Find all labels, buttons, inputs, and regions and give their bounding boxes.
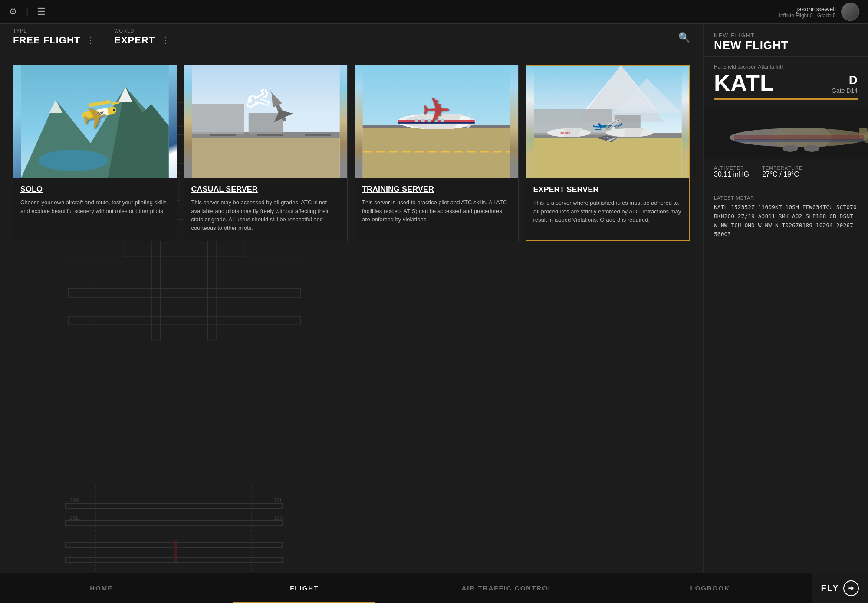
search-icon[interactable]: 🔍	[678, 32, 690, 43]
settings-icon[interactable]: ⚙	[9, 6, 17, 17]
svg-rect-81	[734, 135, 864, 140]
svg-rect-51	[434, 119, 438, 122]
gate-terminal: D	[832, 73, 858, 87]
cards-container: N99XC SOLO Choose your own aircraft and …	[0, 56, 703, 250]
altimeter-value: 30.11 inHG	[714, 170, 749, 178]
svg-rect-82	[734, 139, 864, 142]
type-value: FREE FLIGHT	[13, 35, 80, 46]
casual-card-desc: This server may be accessed by all grade…	[191, 198, 341, 232]
svg-text:10R: 10R	[273, 515, 283, 521]
svg-rect-67	[65, 521, 282, 526]
user-info: jasonrosewell Infinite Flight 0 · Grade …	[779, 5, 836, 19]
svg-rect-50	[428, 119, 431, 122]
airport-code-row: KATL D Gate D14	[714, 72, 858, 94]
world-selector[interactable]: WORLD EXPERT ⋮	[114, 28, 171, 47]
airport-subtitle: Hartsfield-Jackson Atlanta Intl	[714, 64, 858, 70]
new-flight-label: NEW FLIGHT	[714, 33, 858, 39]
metar-value: KATL 152352Z 11009KT 10SM FEW034TCU SCT0…	[714, 203, 858, 239]
casual-card[interactable]: CASUAL SERVER This server may be accesse…	[184, 65, 348, 241]
left-panel: TYPE FREE FLIGHT ⋮ WORLD EXPERT ⋮ 🔍	[0, 24, 703, 573]
fly-label: FLY	[821, 583, 839, 593]
fly-button[interactable]: FLY ➜	[812, 573, 868, 603]
world-label: WORLD	[114, 28, 171, 33]
user-grade: Infinite Flight 0 · Grade 5	[779, 13, 836, 19]
svg-rect-32	[192, 104, 244, 134]
svg-text:10L: 10L	[273, 498, 283, 504]
right-panel-header: NEW FLIGHT NEW FLIGHT	[704, 24, 868, 57]
top-bar-right: jasonrosewell Infinite Flight 0 · Grade …	[779, 3, 859, 21]
svg-text:28R: 28R	[69, 498, 79, 504]
type-label: TYPE	[13, 28, 97, 33]
svg-text:N99XC: N99XC	[92, 111, 105, 117]
type-menu-dots[interactable]: ⋮	[85, 33, 97, 47]
airport-code: KATL	[714, 72, 774, 94]
divider: |	[26, 7, 28, 17]
tab-flight[interactable]: FLIGHT	[203, 573, 406, 603]
temperature-item: TEMPERATURE 27°C / 19°C	[762, 165, 802, 178]
svg-point-19	[39, 150, 108, 171]
log-icon[interactable]: ☰	[37, 6, 46, 17]
tab-home[interactable]: HOME	[0, 573, 203, 603]
svg-rect-48	[415, 119, 418, 122]
svg-rect-47	[398, 122, 475, 124]
training-card[interactable]: TRAINING SERVER This server is used to p…	[355, 65, 519, 241]
temperature-value: 27°C / 19°C	[762, 170, 799, 178]
svg-point-84	[804, 145, 819, 152]
svg-rect-49	[421, 119, 425, 122]
svg-rect-57	[534, 135, 681, 178]
expert-card-desc: This is a server where published rules m…	[533, 199, 683, 224]
expert-card[interactable]: SWISS EXPERT SERVER This is a server whe…	[526, 65, 690, 241]
svg-rect-66	[65, 503, 282, 508]
weather-section: ALTIMETER 30.11 inHG TEMPERATURE 27°C / …	[704, 159, 868, 189]
svg-rect-76	[174, 540, 177, 562]
casual-card-image	[184, 65, 348, 178]
gate-info: D Gate D14	[832, 73, 858, 94]
solo-card-body: SOLO Choose your own aircraft and route,…	[13, 178, 177, 224]
plane-silhouette	[704, 107, 868, 159]
airport-section[interactable]: Hartsfield-Jackson Atlanta Intl KATL D G…	[704, 57, 868, 107]
svg-marker-21	[96, 108, 108, 117]
tab-atc[interactable]: AIR TRAFFIC CONTROL	[406, 573, 609, 603]
metar-section: LATEST METAR KATL 152352Z 11009KT 10SM F…	[704, 189, 868, 245]
svg-rect-40	[363, 125, 510, 128]
svg-rect-31	[305, 134, 331, 136]
expert-card-body: EXPERT SERVER This is a server where pub…	[526, 178, 690, 233]
svg-rect-2	[68, 289, 301, 297]
nav-tabs: HOME FLIGHT AIR TRAFFIC CONTROL LOGBOOK	[0, 573, 812, 603]
solo-card[interactable]: N99XC SOLO Choose your own aircraft and …	[13, 65, 177, 241]
svg-rect-27	[192, 134, 339, 178]
top-bar: ⚙ | ☰ jasonrosewell Infinite Flight 0 · …	[0, 0, 868, 24]
weather-row: ALTIMETER 30.11 inHG TEMPERATURE 27°C / …	[714, 165, 858, 178]
new-flight-title: NEW FLIGHT	[714, 39, 858, 52]
training-card-body: TRAINING SERVER This server is used to p…	[355, 178, 518, 233]
svg-point-83	[783, 145, 798, 152]
type-selector[interactable]: TYPE FREE FLIGHT ⋮	[13, 28, 97, 47]
altimeter-label: ALTIMETER	[714, 165, 749, 170]
altimeter-item: ALTIMETER 30.11 inHG	[714, 165, 749, 178]
svg-rect-52	[441, 119, 444, 122]
tab-logbook[interactable]: LOGBOOK	[609, 573, 812, 603]
expert-card-image: SWISS	[526, 66, 690, 178]
world-menu-dots[interactable]: ⋮	[159, 33, 171, 47]
runway-map: 28R 10L 28L 10R	[43, 486, 304, 573]
temperature-label: TEMPERATURE	[762, 165, 802, 170]
svg-text:28L: 28L	[69, 515, 79, 521]
training-card-desc: This server is used to practice pilot an…	[362, 198, 511, 224]
casual-card-body: CASUAL SERVER This server may be accesse…	[184, 178, 348, 241]
username: jasonrosewell	[779, 5, 836, 13]
main-layout: TYPE FREE FLIGHT ⋮ WORLD EXPERT ⋮ 🔍	[0, 24, 868, 573]
solo-card-image: N99XC	[13, 65, 177, 178]
gate-label: Gate D14	[832, 87, 858, 94]
fly-arrow-icon: ➜	[843, 580, 859, 596]
bottom-nav: HOME FLIGHT AIR TRAFFIC CONTROL LOGBOOK …	[0, 573, 868, 603]
training-card-title: TRAINING SERVER	[362, 185, 511, 194]
right-panel: NEW FLIGHT NEW FLIGHT Hartsfield-Jackson…	[703, 24, 868, 573]
expert-card-title: EXPERT SERVER	[533, 185, 683, 194]
metar-label: LATEST METAR	[714, 195, 858, 200]
top-bar-left: ⚙ | ☰	[9, 6, 46, 17]
svg-rect-3	[68, 317, 301, 325]
world-value: EXPERT	[114, 35, 155, 46]
selectors-bar: TYPE FREE FLIGHT ⋮ WORLD EXPERT ⋮ 🔍	[0, 24, 703, 52]
avatar[interactable]	[841, 3, 859, 21]
orange-divider	[714, 98, 858, 100]
